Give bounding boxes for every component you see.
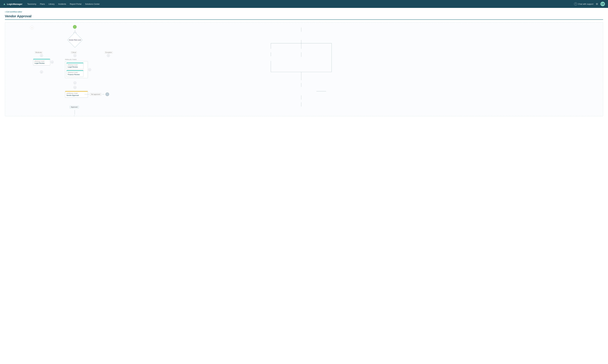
exit-workflow-link[interactable]: « Exit workflow editor bbox=[5, 11, 22, 13]
navbar: ▲ LogicManager Taxonomy Plans Library In… bbox=[0, 0, 608, 8]
start-node bbox=[73, 25, 77, 29]
add-critical-below[interactable]: + bbox=[74, 81, 76, 84]
add-moderate-below[interactable]: + bbox=[40, 71, 43, 73]
decision-node: Vendor Risk Level bbox=[69, 34, 80, 45]
add-critical[interactable]: + bbox=[74, 54, 76, 57]
logo-icon: ▲ bbox=[3, 2, 6, 6]
workflow-canvas: + Vendor Risk Level Moderate Critical Ex… bbox=[5, 22, 603, 116]
branch-exception-label: Exception bbox=[105, 51, 113, 53]
approved-label: Approved bbox=[70, 105, 79, 108]
end-arrow: ↓ bbox=[74, 114, 75, 116]
branch-critical-label: Critical bbox=[71, 51, 77, 53]
moderate-task-card: PROFILE TASK* Legal Review + bbox=[33, 59, 50, 65]
not-approved-end-node bbox=[106, 92, 109, 96]
brand: ▲ LogicManager bbox=[3, 2, 23, 6]
nav-incidents[interactable]: Incidents bbox=[58, 3, 66, 5]
sidebar-toggle[interactable]: › bbox=[30, 26, 34, 29]
add-moderate-right[interactable]: + bbox=[51, 61, 54, 64]
page-container: › « Exit workflow editor Vendor Approval bbox=[0, 8, 608, 364]
not-approved-badge: Not approved bbox=[90, 93, 101, 96]
add-merged[interactable]: + bbox=[74, 86, 76, 89]
main-nav: Taxonomy Plans Library Incidents Report … bbox=[27, 3, 569, 5]
brand-name: LogicManager bbox=[7, 3, 23, 5]
navbar-right: ? Chat with support ⚙ LM bbox=[574, 2, 605, 6]
help-button[interactable]: ? Chat with support bbox=[574, 2, 594, 5]
help-label: Chat with support bbox=[578, 3, 594, 5]
nav-taxonomy[interactable]: Taxonomy bbox=[27, 3, 36, 5]
help-circle-icon: ? bbox=[574, 2, 577, 5]
nav-report-portal[interactable]: Report Portal bbox=[70, 3, 82, 5]
branch-moderate-label: Moderate bbox=[35, 51, 42, 53]
end-line bbox=[75, 110, 75, 115]
page-title: Vendor Approval bbox=[5, 14, 603, 18]
nav-library[interactable]: Library bbox=[48, 3, 55, 5]
add-parallel-right[interactable]: + bbox=[88, 68, 91, 71]
avatar[interactable]: LM bbox=[600, 2, 605, 6]
page-header: « Exit workflow editor Vendor Approval bbox=[0, 8, 608, 20]
settings-icon[interactable]: ⚙ bbox=[596, 3, 598, 5]
canvas-lines bbox=[5, 22, 603, 116]
parallel-tasks-container: PARALLEL TASKS PROFILE TASK* Legal Revie… bbox=[65, 59, 88, 78]
add-exception[interactable]: + bbox=[107, 54, 110, 57]
approval-task-card: APPROVAL TASK* Vendor Approval Not appro… bbox=[65, 91, 88, 98]
nav-plans[interactable]: Plans bbox=[40, 3, 45, 5]
nav-solutions-center[interactable]: Solutions Center bbox=[85, 3, 100, 5]
add-moderate[interactable]: + bbox=[40, 54, 43, 57]
title-underline bbox=[5, 19, 603, 20]
parallel-finance-review: PROFILE TASK* Finance Review bbox=[67, 70, 83, 77]
parallel-legal-review: PROFILE TASK* Legal Review bbox=[67, 63, 83, 69]
